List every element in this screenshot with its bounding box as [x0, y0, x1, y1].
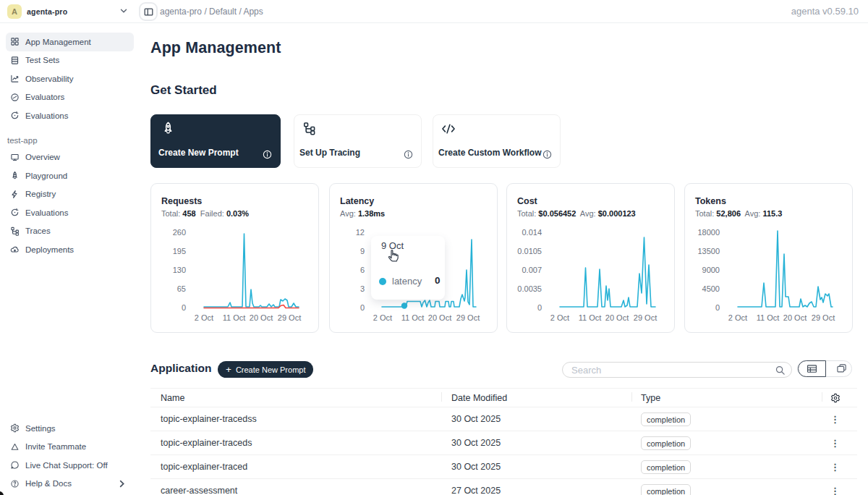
- svg-text:29 Oct: 29 Oct: [278, 313, 301, 322]
- svg-text:0: 0: [360, 303, 365, 312]
- svg-text:0.0035: 0.0035: [517, 284, 542, 293]
- svg-text:13500: 13500: [697, 247, 720, 255]
- svg-text:20 Oct: 20 Oct: [250, 313, 273, 322]
- svg-text:0.007: 0.007: [522, 266, 542, 274]
- svg-text:130: 130: [173, 266, 186, 274]
- svg-text:2 Oct: 2 Oct: [195, 313, 213, 322]
- svg-text:4500: 4500: [702, 284, 720, 293]
- svg-text:0: 0: [537, 303, 542, 312]
- svg-text:20 Oct: 20 Oct: [783, 313, 807, 322]
- svg-text:0.014: 0.014: [522, 228, 542, 237]
- svg-text:0: 0: [715, 303, 720, 312]
- svg-text:2 Oct: 2 Oct: [373, 313, 392, 322]
- svg-text:0.0105: 0.0105: [517, 247, 542, 255]
- svg-text:11 Oct: 11 Oct: [757, 313, 780, 322]
- svg-text:11 Oct: 11 Oct: [579, 313, 602, 322]
- svg-text:29 Oct: 29 Oct: [456, 313, 480, 322]
- svg-text:29 Oct: 29 Oct: [812, 313, 835, 322]
- svg-text:11 Oct: 11 Oct: [401, 313, 425, 322]
- svg-text:12: 12: [356, 228, 365, 237]
- svg-text:3: 3: [360, 284, 365, 293]
- svg-text:20 Oct: 20 Oct: [428, 313, 451, 322]
- svg-text:6: 6: [360, 266, 365, 274]
- svg-text:260: 260: [173, 228, 186, 237]
- svg-text:2 Oct: 2 Oct: [550, 313, 569, 322]
- svg-text:0: 0: [182, 303, 186, 312]
- svg-text:2 Oct: 2 Oct: [728, 313, 747, 322]
- svg-text:195: 195: [173, 247, 186, 255]
- svg-text:18000: 18000: [697, 228, 720, 237]
- svg-text:20 Oct: 20 Oct: [605, 313, 629, 322]
- svg-text:9000: 9000: [702, 266, 720, 274]
- svg-text:29 Oct: 29 Oct: [634, 313, 657, 322]
- svg-text:65: 65: [177, 284, 186, 293]
- svg-text:9: 9: [360, 247, 365, 255]
- svg-text:11 Oct: 11 Oct: [223, 313, 246, 322]
